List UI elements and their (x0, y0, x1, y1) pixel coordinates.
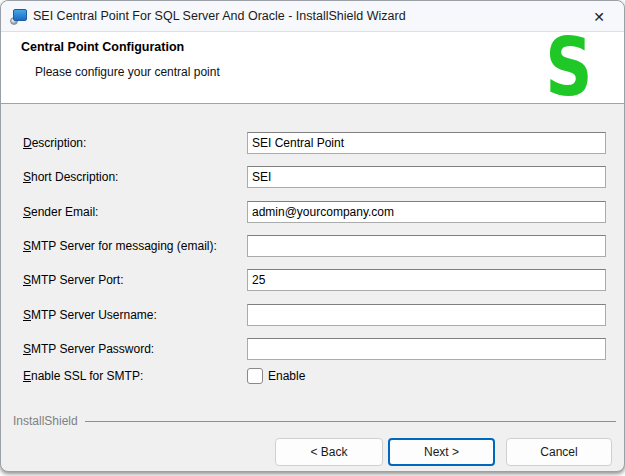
enable-ssl-label: Enable SSL for SMTP: (23, 365, 143, 387)
smtp-port-label: SMTP Server Port: (23, 269, 123, 291)
title-bar: SEI Central Point For SQL Server And Ora… (1, 1, 624, 32)
next-button[interactable]: Next > (388, 438, 495, 466)
sei-logo: S (546, 32, 593, 103)
divider (85, 421, 616, 422)
installshield-brand: InstallShield (13, 414, 78, 428)
smtp-port-input[interactable] (247, 269, 606, 291)
installshield-app-icon (10, 8, 28, 26)
short-description-label: Short Description: (23, 166, 118, 188)
short-description-input[interactable] (247, 166, 606, 188)
smtp-username-input[interactable] (247, 304, 606, 326)
smtp-username-label: SMTP Server Username: (23, 304, 157, 326)
page-title: Central Point Configuration (21, 40, 184, 54)
wizard-header: Central Point Configuration Please confi… (1, 32, 624, 104)
smtp-server-label: SMTP Server for messaging (email): (23, 235, 217, 257)
installshield-wizard-window: SEI Central Point For SQL Server And Ora… (0, 0, 625, 472)
sender-email-label: Sender Email: (23, 201, 98, 223)
enable-ssl-checkbox[interactable] (247, 368, 263, 384)
back-button[interactable]: < Back (275, 438, 383, 466)
installshield-brand-row: InstallShield (13, 414, 616, 428)
window-title: SEI Central Point For SQL Server And Ora… (33, 1, 406, 32)
smtp-server-input[interactable] (247, 235, 606, 257)
cancel-button[interactable]: Cancel (506, 438, 612, 466)
enable-ssl-checkbox-label: Enable (268, 368, 305, 384)
sender-email-input[interactable] (247, 201, 606, 223)
page-subtitle: Please configure your central point (35, 65, 220, 79)
smtp-password-label: SMTP Server Password: (23, 338, 154, 360)
monitor-icon (13, 9, 27, 21)
description-input[interactable] (247, 132, 606, 154)
description-label: Description: (23, 132, 86, 154)
smtp-password-input[interactable] (247, 338, 606, 360)
